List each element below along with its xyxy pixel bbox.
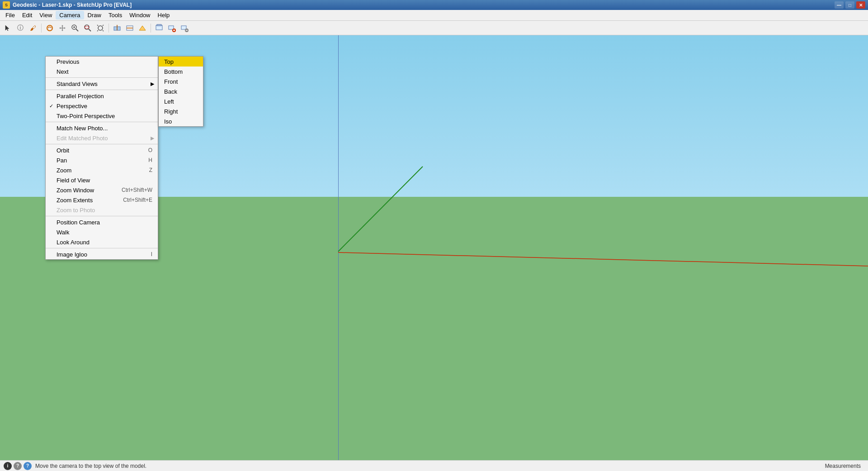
add-scene-button[interactable] bbox=[166, 22, 178, 34]
submenu-item-right[interactable]: Right bbox=[159, 106, 203, 116]
svg-point-0 bbox=[47, 25, 52, 31]
info-button[interactable]: ⓘ bbox=[14, 22, 26, 34]
section-fill-button[interactable] bbox=[137, 22, 148, 34]
submenu-arrow-icon-2: ▶ bbox=[151, 135, 154, 141]
zoom-button[interactable] bbox=[69, 22, 81, 34]
status-icons: i ? ? bbox=[4, 462, 32, 470]
menu-item-window[interactable]: Window bbox=[126, 11, 154, 19]
pan-button[interactable] bbox=[57, 22, 68, 34]
menu-item-pan[interactable]: Pan H bbox=[46, 155, 158, 165]
menu-bar: File Edit View Camera Draw Tools Window … bbox=[0, 10, 868, 21]
submenu-item-top[interactable]: Top bbox=[159, 57, 203, 67]
menu-separator-2 bbox=[46, 90, 158, 90]
svg-rect-14 bbox=[157, 24, 161, 26]
orbit-button[interactable] bbox=[44, 22, 56, 34]
menu-item-zoom-to-photo: Zoom to Photo bbox=[46, 205, 158, 215]
measurements-label: Measurements bbox=[825, 463, 864, 469]
submenu-item-back[interactable]: Back bbox=[159, 86, 203, 96]
svg-point-8 bbox=[98, 26, 103, 30]
title-bar: S Geodesic - Laser-1.skp - SketchUp Pro … bbox=[0, 0, 868, 10]
select-tool-button[interactable] bbox=[2, 22, 14, 34]
status-icon-help1[interactable]: ? bbox=[14, 462, 22, 470]
menu-item-image-igloo[interactable]: Image Igloo I bbox=[46, 249, 158, 259]
menu-item-standard-views[interactable]: Standard Views ▶ bbox=[46, 79, 158, 89]
submenu-item-left[interactable]: Left bbox=[159, 96, 203, 106]
svg-rect-7 bbox=[85, 26, 89, 29]
menu-item-camera[interactable]: Camera bbox=[56, 11, 84, 19]
toolbar-separator-3 bbox=[151, 24, 151, 33]
menu-item-zoom-extents[interactable]: Zoom Extents Ctrl+Shift+E bbox=[46, 195, 158, 205]
zoom-window-button[interactable] bbox=[82, 22, 94, 34]
submenu-item-bottom[interactable]: Bottom bbox=[159, 67, 203, 76]
window-controls: — □ ✕ bbox=[835, 1, 865, 9]
menu-item-next[interactable]: Next bbox=[46, 67, 158, 76]
toolbar-separator-2 bbox=[108, 24, 109, 33]
menu-item-file[interactable]: File bbox=[2, 11, 19, 19]
menu-item-draw[interactable]: Draw bbox=[84, 11, 105, 19]
submenu-item-front[interactable]: Front bbox=[159, 76, 203, 86]
submenu-item-iso[interactable]: Iso bbox=[159, 116, 203, 126]
menu-item-orbit[interactable]: Orbit O bbox=[46, 145, 158, 155]
menu-item-field-of-view[interactable]: Field of View bbox=[46, 175, 158, 185]
checkmark-icon: ✓ bbox=[49, 103, 53, 109]
menu-separator-6 bbox=[46, 248, 158, 248]
status-icon-info[interactable]: i bbox=[4, 462, 12, 470]
section-cuts-button[interactable] bbox=[124, 22, 136, 34]
menu-item-zoom-window[interactable]: Zoom Window Ctrl+Shift+W bbox=[46, 185, 158, 195]
menu-item-parallel-projection[interactable]: Parallel Projection bbox=[46, 91, 158, 101]
status-message: Move the camera to the top view of the m… bbox=[35, 463, 825, 469]
vertical-divider-line bbox=[338, 35, 339, 460]
toolbar: ⓘ 🖌 bbox=[0, 21, 868, 35]
section-plane-button[interactable] bbox=[111, 22, 123, 34]
zoom-extents-button[interactable] bbox=[94, 22, 106, 34]
menu-item-match-new-photo[interactable]: Match New Photo... bbox=[46, 123, 158, 133]
menu-item-help[interactable]: Help bbox=[154, 11, 174, 19]
window-title: Geodesic - Laser-1.skp - SketchUp Pro [E… bbox=[13, 2, 835, 8]
close-button[interactable]: ✕ bbox=[856, 1, 865, 9]
menu-item-view[interactable]: View bbox=[36, 11, 56, 19]
menu-item-tools[interactable]: Tools bbox=[105, 11, 126, 19]
svg-rect-19 bbox=[181, 26, 186, 29]
minimize-button[interactable]: — bbox=[835, 1, 844, 9]
menu-separator-1 bbox=[46, 77, 158, 78]
maximize-button[interactable]: □ bbox=[845, 1, 854, 9]
toolbar-separator-1 bbox=[41, 24, 42, 33]
scenes-button[interactable] bbox=[153, 22, 165, 34]
menu-separator-3 bbox=[46, 122, 158, 122]
menu-separator-4 bbox=[46, 144, 158, 144]
del-scene-button[interactable] bbox=[179, 22, 190, 34]
submenu-arrow-icon: ▶ bbox=[151, 81, 154, 87]
menu-item-walk[interactable]: Walk bbox=[46, 227, 158, 237]
paint-button[interactable]: 🖌 bbox=[27, 22, 39, 34]
menu-separator-5 bbox=[46, 216, 158, 216]
app-icon: S bbox=[3, 1, 10, 9]
status-bar: i ? ? Move the camera to the top view of… bbox=[0, 460, 868, 471]
svg-line-6 bbox=[89, 29, 91, 31]
menu-item-two-point-perspective[interactable]: Two-Point Perspective bbox=[46, 111, 158, 121]
standard-views-submenu: Top Bottom Front Back Left Right Iso bbox=[158, 56, 203, 127]
menu-item-position-camera[interactable]: Position Camera bbox=[46, 217, 158, 227]
svg-rect-15 bbox=[169, 26, 174, 29]
status-icon-help2[interactable]: ? bbox=[24, 462, 32, 470]
menu-item-perspective[interactable]: ✓ Perspective bbox=[46, 101, 158, 111]
menu-item-zoom[interactable]: Zoom Z bbox=[46, 165, 158, 175]
viewport[interactable]: Previous Next Standard Views ▶ Parallel … bbox=[0, 35, 868, 460]
menu-item-previous[interactable]: Previous bbox=[46, 57, 158, 67]
menu-item-edit-matched-photo: Edit Matched Photo ▶ bbox=[46, 133, 158, 143]
camera-dropdown-menu: Previous Next Standard Views ▶ Parallel … bbox=[45, 56, 158, 260]
menu-item-look-around[interactable]: Look Around bbox=[46, 237, 158, 247]
svg-line-2 bbox=[76, 29, 78, 31]
menu-item-edit[interactable]: Edit bbox=[19, 11, 36, 19]
